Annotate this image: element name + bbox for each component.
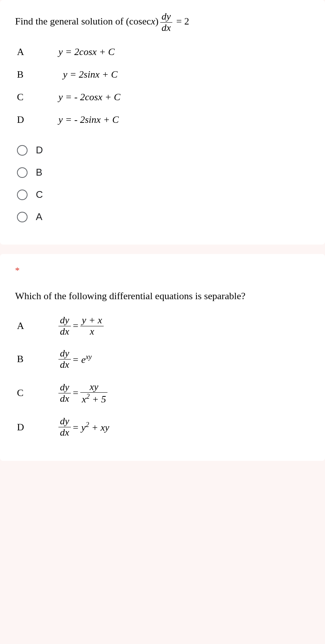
radio-icon[interactable]	[17, 167, 28, 178]
option-d-row: D y = - 2sinx + C	[15, 114, 310, 125]
option-formula-a: y = 2cosx + C	[58, 46, 115, 58]
option-b-row: B y = 2sinx + C	[15, 69, 310, 80]
question-1-prompt: Find the general solution of (cosecx)dyd…	[15, 11, 310, 33]
option-letter-a: A	[17, 46, 58, 58]
radio-icon[interactable]	[17, 145, 28, 156]
option-formula-b: y = 2sinx + C	[58, 69, 118, 80]
question-2-prompt: Which of the following differential equa…	[15, 291, 310, 302]
answer-label-c: C	[36, 189, 43, 200]
option-letter-b: B	[17, 69, 58, 80]
option-formula-d: y = - 2sinx + C	[58, 114, 119, 125]
option-letter-d: D	[17, 114, 58, 125]
option-c-row: C y = - 2cosx + C	[15, 92, 310, 103]
answer-label-d: D	[36, 144, 43, 156]
answer-choices-group: D B C A	[15, 144, 310, 223]
question-prompt-text: Find the general solution of	[15, 16, 126, 27]
option-letter-d-q2: D	[17, 422, 58, 433]
answer-choice-d[interactable]: D	[17, 144, 310, 156]
option-formula-c: y = - 2cosx + C	[58, 92, 120, 103]
option-letter-b-q2: B	[17, 353, 58, 365]
answer-choice-a[interactable]: A	[17, 211, 310, 223]
option-formula-b-q2: dydx = exy	[58, 348, 92, 370]
option-formula-c-q2: dydx = xyx2 + 5	[58, 382, 107, 405]
option-a-row-q2: A dydx = y + xx	[15, 315, 310, 337]
option-c-row-q2: C dydx = xyx2 + 5	[15, 382, 310, 405]
radio-icon[interactable]	[17, 212, 28, 222]
option-d-row-q2: D dydx = y2 + xy	[15, 416, 310, 438]
option-letter-a-q2: A	[17, 320, 58, 332]
required-marker: *	[15, 265, 310, 275]
question-1-card: Find the general solution of (cosecx)dyd…	[0, 0, 325, 245]
answer-label-b: B	[36, 167, 42, 178]
option-b-row-q2: B dydx = exy	[15, 348, 310, 370]
radio-icon[interactable]	[17, 190, 28, 200]
answer-choice-c[interactable]: C	[17, 189, 310, 200]
option-formula-a-q2: dydx = y + xx	[58, 315, 104, 337]
option-letter-c: C	[17, 92, 58, 103]
answer-choice-b[interactable]: B	[17, 167, 310, 178]
option-letter-c-q2: C	[17, 387, 58, 399]
answer-label-a: A	[36, 211, 42, 223]
option-a-row: A y = 2cosx + C	[15, 46, 310, 58]
option-formula-d-q2: dydx = y2 + xy	[58, 416, 109, 438]
question-2-card: * Which of the following differential eq…	[0, 254, 325, 460]
